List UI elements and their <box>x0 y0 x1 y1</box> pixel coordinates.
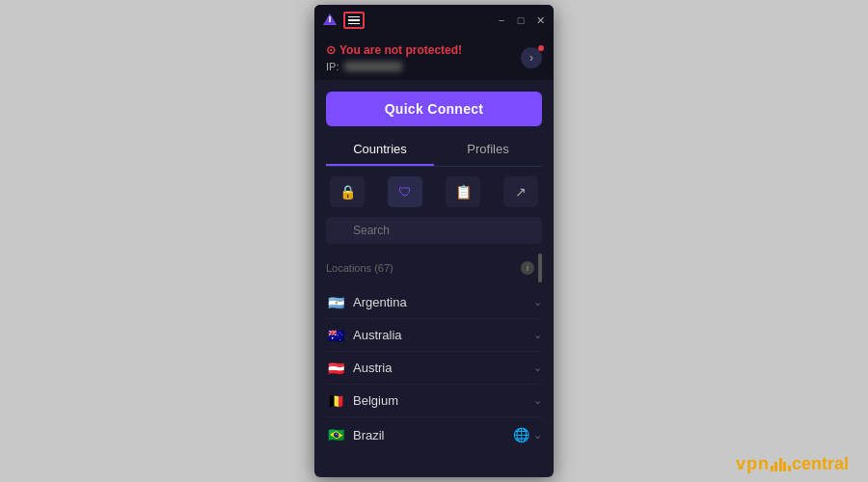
tabs-section: Countries Profiles <box>314 134 554 167</box>
filter-icons-bar: 🔒 🛡 📋 ↗ <box>314 167 554 217</box>
maximize-button[interactable]: □ <box>515 14 527 26</box>
menu-line-2 <box>348 19 360 21</box>
brazil-controls: 🌐 ⌄ <box>512 426 542 443</box>
not-protected-warning: ⊙ You are not protected! <box>326 43 462 57</box>
country-left: 🇧🇪 Belgium <box>326 393 398 408</box>
country-left: 🇦🇺 Australia <box>326 328 402 342</box>
minimize-button[interactable]: − <box>496 14 507 26</box>
expand-australia-icon: ⌄ <box>533 329 542 341</box>
lock-icon: 🔒 <box>339 184 356 200</box>
countries-list: 🇦🇷 Argentina ⌄ 🇦🇺 Australia ⌄ 🇦🇹 Austria… <box>314 286 554 477</box>
flag-australia: 🇦🇺 <box>326 329 345 342</box>
status-bar: ⊙ You are not protected! IP: › <box>314 36 554 80</box>
country-left: 🇧🇷 Brazil <box>326 428 385 442</box>
flag-austria: 🇦🇹 <box>326 362 345 375</box>
expand-argentina-icon: ⌄ <box>533 296 542 308</box>
expand-belgium-icon: ⌄ <box>533 394 542 407</box>
chevron-right-icon: › <box>529 51 533 65</box>
globe-icon[interactable]: 🌐 <box>512 426 529 443</box>
expand-button[interactable]: › <box>521 47 542 68</box>
tabs: Countries Profiles <box>326 134 542 167</box>
vpn-text: vpn <box>736 454 770 474</box>
info-icon[interactable]: i <box>521 261 534 275</box>
title-bar: − □ ✕ <box>314 5 554 36</box>
filter-arrow-button[interactable]: ↗ <box>503 176 538 207</box>
quick-connect-section: Quick Connect <box>314 80 554 134</box>
app-logo <box>322 13 338 28</box>
country-item-argentina[interactable]: 🇦🇷 Argentina ⌄ <box>326 286 542 319</box>
notification-dot <box>538 45 544 51</box>
clipboard-icon: 📋 <box>455 184 472 200</box>
search-section: 🔍 <box>314 217 554 250</box>
filter-file-button[interactable]: 📋 <box>446 176 480 207</box>
expand-austria-icon: ⌄ <box>533 362 542 374</box>
ip-label: IP: <box>326 61 339 72</box>
close-button[interactable]: ✕ <box>534 14 546 26</box>
ip-row: IP: <box>326 61 462 72</box>
country-name-austria: Austria <box>353 361 392 375</box>
country-left: 🇦🇹 Austria <box>326 361 392 375</box>
shield-icon: 🛡 <box>398 184 412 200</box>
country-item-australia[interactable]: 🇦🇺 Australia ⌄ <box>326 319 542 352</box>
country-item-belgium[interactable]: 🇧🇪 Belgium ⌄ <box>326 385 542 417</box>
search-input[interactable] <box>326 217 542 244</box>
menu-line-1 <box>348 16 360 18</box>
ip-value-blurred <box>344 62 402 71</box>
window-controls: − □ ✕ <box>496 14 546 26</box>
quick-connect-button[interactable]: Quick Connect <box>326 92 542 126</box>
flag-argentina: 🇦🇷 <box>326 296 345 309</box>
expand-brazil-icon: ⌄ <box>533 429 542 442</box>
vpncentral-badge: vpn central <box>736 454 849 474</box>
bar-chart-icon <box>771 458 791 471</box>
country-item-brazil[interactable]: 🇧🇷 Brazil 🌐 ⌄ <box>326 417 542 452</box>
arrow-icon: ↗ <box>515 184 527 200</box>
country-left: 🇦🇷 Argentina <box>326 295 407 309</box>
flag-brazil: 🇧🇷 <box>326 428 345 442</box>
locations-count-label: Locations (67) <box>326 262 393 274</box>
country-name-argentina: Argentina <box>353 295 407 309</box>
locations-controls: i <box>521 254 542 282</box>
locations-header: Locations (67) i <box>314 250 554 286</box>
country-name-belgium: Belgium <box>353 393 398 408</box>
warning-icon: ⊙ <box>326 43 336 57</box>
search-wrapper: 🔍 <box>326 217 542 244</box>
menu-line-3 <box>348 23 360 25</box>
central-text: central <box>792 454 849 474</box>
title-bar-left <box>322 12 365 29</box>
not-protected-text: You are not protected! <box>339 43 462 57</box>
vpn-window: − □ ✕ ⊙ You are not protected! IP: › Qui… <box>314 5 554 477</box>
filter-all-button[interactable]: 🔒 <box>330 176 365 207</box>
tab-profiles[interactable]: Profiles <box>434 134 542 166</box>
country-item-austria[interactable]: 🇦🇹 Austria ⌄ <box>326 352 542 385</box>
filter-shield-button[interactable]: 🛡 <box>388 176 422 207</box>
scroll-indicator <box>538 254 542 282</box>
tab-countries[interactable]: Countries <box>326 134 434 166</box>
country-name-australia: Australia <box>353 328 402 342</box>
status-info: ⊙ You are not protected! IP: <box>326 43 462 72</box>
country-name-brazil: Brazil <box>353 428 385 442</box>
menu-button[interactable] <box>343 12 365 29</box>
flag-belgium: 🇧🇪 <box>326 394 345 408</box>
